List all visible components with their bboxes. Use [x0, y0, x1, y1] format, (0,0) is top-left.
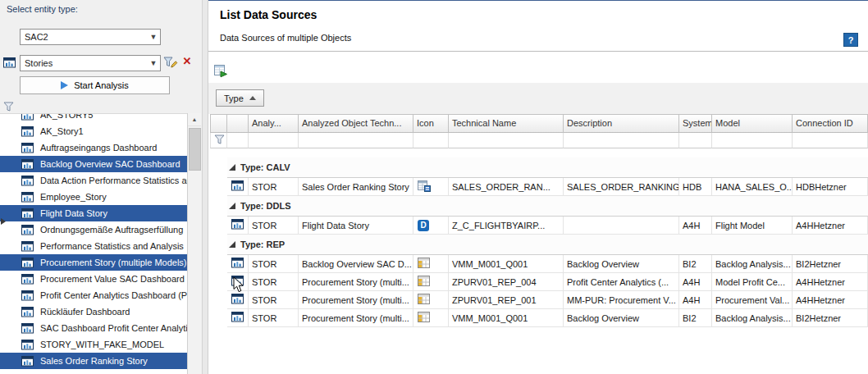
column-header-analy[interactable]: Analy... — [249, 114, 299, 133]
list-item[interactable]: Sales Order Ranking Story — [0, 353, 187, 369]
list-item[interactable]: Performance Statistics and Analysis — [0, 238, 187, 254]
column-header-technical-name[interactable]: Technical Name — [449, 114, 564, 133]
list-item-label: AK_STORY5 — [40, 113, 93, 120]
description-cell: Profit Center Analytics (... — [564, 273, 679, 290]
filter-cell[interactable] — [449, 133, 564, 148]
query-icon — [418, 312, 430, 324]
story-icon — [231, 180, 244, 193]
list-item[interactable]: Profit Center Analytics Dashboard (Pr — [0, 287, 187, 303]
list-item[interactable]: Employee_Story — [0, 189, 187, 205]
group-label: Type: REP — [240, 239, 285, 249]
group-row[interactable]: Type: DDLS — [227, 196, 868, 217]
list-scrollbar[interactable]: ▲ — [187, 113, 201, 374]
analysis-type-cell: STOR — [249, 217, 299, 234]
list-item[interactable]: AK_Story1 — [0, 123, 187, 139]
clear-filter-icon[interactable]: ✕ — [180, 55, 194, 68]
cds-view-icon: D — [418, 220, 429, 231]
list-item[interactable]: Auftragseingangs Dashboard — [0, 139, 187, 156]
column-header-icon[interactable]: Icon — [413, 114, 449, 133]
column-header-system[interactable]: System — [679, 114, 712, 133]
list-item-label: STORY_WITH_FAKE_MODEL — [40, 340, 164, 349]
object-type-icon-cell — [227, 178, 249, 195]
column-header-description[interactable]: Description — [564, 114, 679, 133]
page-subtitle: Data Sources of multiple Objects — [220, 33, 351, 43]
scroll-up-button[interactable]: ▲ — [188, 113, 201, 126]
filter-cell[interactable] — [564, 133, 679, 148]
group-by-type-chip[interactable]: Type — [216, 89, 264, 107]
list-item[interactable]: Procurement Story (multiple Models) — [0, 254, 187, 271]
list-item[interactable]: Backlog Overview SAC Dashboard — [0, 156, 187, 172]
story-icon — [21, 241, 34, 252]
group-expand-icon[interactable] — [229, 241, 235, 248]
export-excel-icon[interactable] — [213, 64, 230, 79]
story-icon — [21, 340, 34, 350]
list-item-label: Backlog Overview SAC Dashboard — [40, 159, 180, 169]
list-item[interactable]: Rückläufer Dashboard — [0, 303, 187, 320]
story-icon — [21, 307, 34, 317]
list-item[interactable]: Ordnungsgemäße Auftragserfüllung — [0, 221, 187, 238]
model-cell: Model Profit Ce... — [712, 273, 793, 290]
list-item[interactable]: Data Action Performance Statistics an — [0, 172, 187, 189]
group-expand-icon[interactable] — [229, 164, 235, 171]
source-type-icon-cell — [413, 255, 449, 272]
list-item[interactable]: SAC Dashboard Profit Center Analytic — [0, 320, 187, 336]
chevron-down-icon[interactable]: ▼ — [147, 59, 160, 67]
help-button[interactable]: ? — [843, 33, 858, 47]
group-row[interactable]: Type: REP — [227, 235, 868, 255]
connection-id-cell: A4HHetzner — [793, 273, 868, 290]
table-row[interactable]: STOR Flight Data Story D Z_C_FLIGHTBYAIR… — [227, 217, 868, 235]
filter-cell[interactable] — [679, 133, 712, 148]
table-row[interactable]: STOR Procurement Story (multi... ZPURV01… — [227, 291, 868, 309]
analyzed-object-cell: Procurement Story (multi... — [299, 273, 413, 290]
story-icon — [21, 225, 34, 235]
table-filter-row — [210, 133, 868, 148]
model-cell: Backlog Analysis... — [712, 255, 793, 272]
list-item[interactable]: AK_STORY5 — [0, 113, 187, 123]
tree-filter-icon[interactable] — [3, 102, 15, 112]
system-cell: A4H — [679, 273, 712, 290]
connection-id-cell: A4HHetzner — [793, 291, 868, 308]
entity-type-dropdown[interactable]: SAC2 ▼ — [20, 29, 161, 45]
story-icon — [21, 192, 34, 203]
filter-cell[interactable] — [793, 133, 868, 148]
page-title: List Data Sources — [220, 8, 317, 21]
filter-cell[interactable] — [227, 133, 249, 148]
object-type-dropdown[interactable]: Stories ▼ — [20, 55, 161, 71]
filter-cell[interactable] — [249, 133, 299, 148]
column-header-blank[interactable] — [227, 114, 249, 133]
entity-list: AK_STORY5 AK_Story1 Auftragseingangs Das… — [0, 113, 187, 374]
list-item[interactable]: Procurement Value SAC Dashboard — [0, 271, 187, 287]
filter-cell[interactable] — [712, 133, 793, 148]
list-item-label: Profit Center Analytics Dashboard (Pr — [40, 290, 187, 300]
filter-edit-icon[interactable] — [163, 57, 178, 69]
analyzed-object-cell: Procurement Story (multi... — [299, 309, 413, 326]
start-analysis-button[interactable]: Start Analysis — [20, 76, 170, 94]
table-row[interactable]: STOR Procurement Story (multi... VMM_M00… — [227, 309, 868, 327]
model-cell: Backlog Analysis... — [712, 309, 793, 326]
column-header-connection-id[interactable]: Connection ID — [793, 114, 868, 133]
analysis-type-cell: STOR — [249, 291, 299, 308]
story-icon — [231, 294, 244, 306]
story-icon — [21, 176, 34, 186]
query-icon — [418, 276, 430, 288]
scroll-thumb[interactable] — [189, 128, 201, 171]
table-row[interactable]: STOR Procurement Story (multi... ZPURV01… — [227, 273, 868, 291]
filter-cell[interactable] — [299, 133, 413, 148]
group-expand-icon[interactable] — [229, 203, 235, 209]
table-row[interactable]: STOR Sales Order Ranking Story SALES_ORD… — [227, 178, 868, 196]
column-header-blank[interactable] — [210, 114, 227, 133]
story-icon — [21, 113, 34, 121]
list-item-label: Flight Data Story — [40, 208, 107, 218]
panel-splitter[interactable] — [202, 0, 208, 374]
filter-cell[interactable] — [210, 133, 227, 148]
list-item[interactable]: STORY_WITH_FAKE_MODEL — [0, 336, 187, 353]
table-row[interactable]: STOR Backlog Overview SAC D... VMM_M001_… — [227, 255, 868, 273]
analyzed-object-cell: Sales Order Ranking Story — [299, 178, 413, 195]
source-type-icon-cell — [413, 178, 449, 195]
filter-cell[interactable] — [413, 133, 449, 148]
chevron-down-icon[interactable]: ▼ — [147, 33, 160, 41]
column-header-model[interactable]: Model — [712, 114, 793, 133]
list-item[interactable]: Flight Data Story — [0, 205, 187, 221]
group-row[interactable]: Type: CALV — [227, 157, 868, 178]
column-header-analyzed-object-techn[interactable]: Analyzed Object Techn... — [299, 114, 413, 133]
